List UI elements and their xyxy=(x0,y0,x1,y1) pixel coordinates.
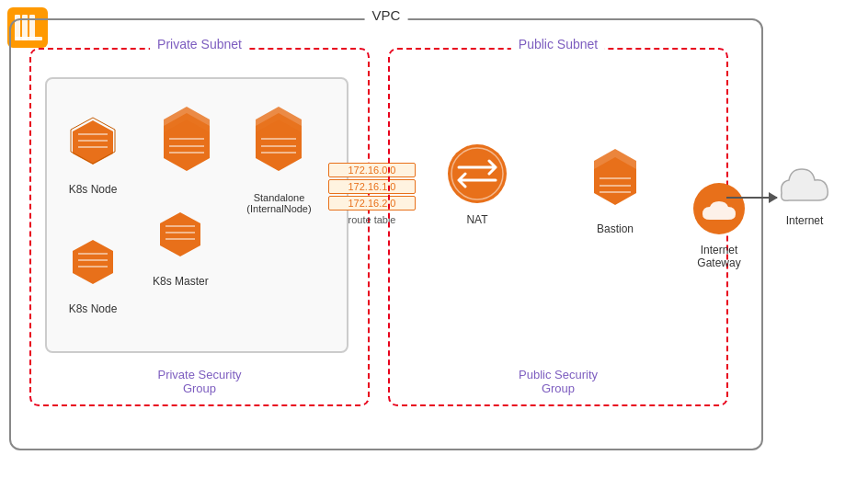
k8s-master: K8s Master xyxy=(153,208,209,288)
bastion-icon: Bastion xyxy=(583,142,647,235)
internet-gateway: InternetGateway xyxy=(691,181,747,269)
standalone-node: Standalone(InternalNode) xyxy=(245,102,314,214)
private-subnet-label: Private Subnet xyxy=(150,37,249,51)
k8s-node-2: K8s Node xyxy=(65,235,120,315)
standalone-label: Standalone(InternalNode) xyxy=(245,192,314,214)
nat-label: NAT xyxy=(445,213,509,226)
vpc-label: VPC xyxy=(365,7,408,23)
private-sg-inner-box: K8s Node xyxy=(45,77,348,353)
svg-marker-29 xyxy=(73,240,113,284)
svg-point-34 xyxy=(451,148,503,199)
k8s-node-1: K8s Node xyxy=(65,116,120,196)
nat-icon: NAT xyxy=(445,142,509,226)
k8s-node-master-stack xyxy=(153,102,222,188)
private-security-group-label: Private SecurityGroup xyxy=(157,368,241,395)
svg-marker-25 xyxy=(160,212,200,256)
k8s-node-2-label: K8s Node xyxy=(65,302,120,315)
svg-marker-8 xyxy=(73,120,113,165)
ig-to-internet-arrow xyxy=(726,197,777,199)
internet-label: Internet xyxy=(772,214,837,227)
internet-gateway-label: InternetGateway xyxy=(691,244,747,269)
private-subnet-box: Private Subnet K8s Node xyxy=(29,48,370,406)
public-subnet-label: Public Subnet xyxy=(511,37,605,51)
k8s-node-1-label: K8s Node xyxy=(65,183,120,196)
vpc-box: VPC Private Subnet K8s Node xyxy=(9,18,763,450)
internet-cloud: Internet xyxy=(772,156,837,227)
public-subnet-box: Public Subnet NAT Bastion xyxy=(388,48,728,406)
public-security-group-label: Public SecurityGroup xyxy=(519,368,598,395)
k8s-master-label: K8s Master xyxy=(153,275,209,288)
bastion-label: Bastion xyxy=(583,222,647,235)
